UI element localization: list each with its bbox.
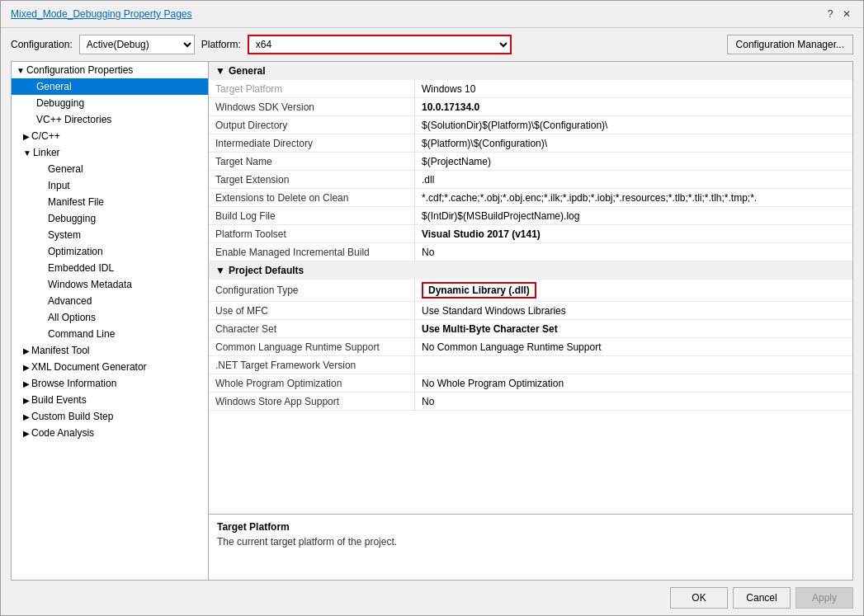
sidebar-item-custom-build[interactable]: ▶ Custom Build Step xyxy=(12,408,208,425)
prop-row-clr-support: Common Language Runtime Support No Commo… xyxy=(209,338,852,356)
sidebar-item-xml-doc[interactable]: ▶ XML Document Generator xyxy=(12,359,208,375)
close-button[interactable]: ✕ xyxy=(840,7,853,21)
prop-row-target-platform: Target Platform Windows 10 xyxy=(209,80,852,98)
sidebar-item-code-analysis[interactable]: ▶ Code Analysis xyxy=(12,425,208,441)
prop-name-use-mfc: Use of MFC xyxy=(209,302,415,319)
tree-root[interactable]: ▼ Configuration Properties xyxy=(12,62,208,78)
prop-value-output-dir[interactable]: $(SolutionDir)$(Platform)\$(Configuratio… xyxy=(415,116,852,134)
prop-value-target-platform[interactable]: Windows 10 xyxy=(415,80,852,97)
prop-name-clr-support: Common Language Runtime Support xyxy=(209,338,415,355)
sidebar-item-browse-info[interactable]: ▶ Browse Information xyxy=(12,375,208,392)
main-content: ▼ Configuration Properties General Debug… xyxy=(1,61,863,581)
prop-value-store-support[interactable]: No xyxy=(415,393,852,410)
prop-name-char-set: Character Set xyxy=(209,320,415,337)
prop-name-ext-delete: Extensions to Delete on Clean xyxy=(209,189,415,206)
description-title: Target Platform xyxy=(217,521,844,533)
title-controls: ? ✕ xyxy=(824,7,853,21)
config-dropdown[interactable]: Active(Debug) xyxy=(79,35,195,54)
sidebar-item-build-events[interactable]: ▶ Build Events xyxy=(12,392,208,408)
prop-row-ext-delete: Extensions to Delete on Clean *.cdf;*.ca… xyxy=(209,189,852,207)
sidebar-item-linker-all-options[interactable]: All Options xyxy=(12,309,208,326)
ok-button[interactable]: OK xyxy=(670,587,728,609)
prop-value-target-name[interactable]: $(ProjectName) xyxy=(415,153,852,170)
prop-row-platform-toolset: Platform Toolset Visual Studio 2017 (v14… xyxy=(209,225,852,243)
prop-value-wpo[interactable]: No Whole Program Optimization xyxy=(415,374,852,392)
prop-name-build-log: Build Log File xyxy=(209,207,415,224)
prop-row-managed-incremental: Enable Managed Incremental Build No xyxy=(209,243,852,261)
prop-row-char-set: Character Set Use Multi-Byte Character S… xyxy=(209,320,852,338)
prop-name-store-support: Windows Store App Support xyxy=(209,393,415,410)
prop-row-intermediate-dir: Intermediate Directory $(Platform)\$(Con… xyxy=(209,134,852,153)
prop-name-target-ext: Target Extension xyxy=(209,171,415,188)
cancel-button[interactable]: Cancel xyxy=(733,587,791,609)
prop-row-output-dir: Output Directory $(SolutionDir)$(Platfor… xyxy=(209,116,852,134)
left-tree-panel: ▼ Configuration Properties General Debug… xyxy=(11,61,209,581)
prop-row-target-name: Target Name $(ProjectName) xyxy=(209,153,852,171)
prop-value-net-version[interactable] xyxy=(415,356,852,374)
prop-row-sdk-version: Windows SDK Version 10.0.17134.0 xyxy=(209,98,852,116)
config-label: Configuration: xyxy=(11,39,73,50)
sidebar-item-linker-debugging[interactable]: Debugging xyxy=(12,210,208,227)
sidebar-item-general[interactable]: General xyxy=(12,78,208,95)
sidebar-item-linker-advanced[interactable]: Advanced xyxy=(12,293,208,309)
sidebar-item-vc-dirs[interactable]: VC++ Directories xyxy=(12,111,208,128)
sidebar-item-linker-windows-metadata[interactable]: Windows Metadata xyxy=(12,276,208,293)
sidebar-item-linker-embedded-idl[interactable]: Embedded IDL xyxy=(12,260,208,276)
prop-row-net-version: .NET Target Framework Version xyxy=(209,356,852,374)
platform-dropdown[interactable]: x64 xyxy=(248,35,512,54)
description-area: Target Platform The current target platf… xyxy=(209,514,852,580)
sidebar-item-linker-optimization[interactable]: Optimization xyxy=(12,243,208,260)
sidebar-item-cpp[interactable]: ▶ C/C++ xyxy=(12,128,208,144)
prop-name-platform-toolset: Platform Toolset xyxy=(209,225,415,242)
project-defaults-section-header: ▼ Project Defaults xyxy=(209,261,852,280)
apply-button[interactable]: Apply xyxy=(796,587,853,609)
prop-value-use-mfc[interactable]: Use Standard Windows Libraries xyxy=(415,302,852,319)
prop-name-wpo: Whole Program Optimization xyxy=(209,374,415,392)
prop-value-intermediate-dir[interactable]: $(Platform)\$(Configuration)\ xyxy=(415,134,852,152)
prop-value-managed-incremental[interactable]: No xyxy=(415,243,852,261)
sidebar-item-linker-input[interactable]: Input xyxy=(12,177,208,194)
prop-value-ext-delete[interactable]: *.cdf;*.cache;*.obj;*.obj.enc;*.ilk;*.ip… xyxy=(415,189,852,206)
prop-row-wpo: Whole Program Optimization No Whole Prog… xyxy=(209,374,852,393)
prop-value-clr-support[interactable]: No Common Language Runtime Support xyxy=(415,338,852,355)
sidebar-item-linker[interactable]: ▼ Linker xyxy=(12,144,208,161)
prop-value-target-ext[interactable]: .dll xyxy=(415,171,852,188)
sidebar-item-linker-command-line[interactable]: Command Line xyxy=(12,326,208,342)
config-bar: Configuration: Active(Debug) Platform: x… xyxy=(1,28,863,61)
prop-value-config-type[interactable]: Dynamic Library (.dll) xyxy=(415,280,852,301)
sidebar-item-linker-manifest-file[interactable]: Manifest File xyxy=(12,194,208,210)
title-bar: Mixed_Mode_Debugging Property Pages ? ✕ xyxy=(1,1,863,28)
general-section-label: General xyxy=(229,65,266,77)
prop-value-sdk-version[interactable]: 10.0.17134.0 xyxy=(415,98,852,115)
prop-name-target-platform: Target Platform xyxy=(209,80,415,97)
prop-name-net-version: .NET Target Framework Version xyxy=(209,356,415,374)
prop-row-use-mfc: Use of MFC Use Standard Windows Librarie… xyxy=(209,302,852,320)
prop-name-target-name: Target Name xyxy=(209,153,415,170)
prop-name-managed-incremental: Enable Managed Incremental Build xyxy=(209,243,415,261)
sidebar-item-linker-system[interactable]: System xyxy=(12,227,208,243)
prop-row-target-ext: Target Extension .dll xyxy=(209,171,852,189)
config-manager-button[interactable]: Configuration Manager... xyxy=(727,35,853,54)
config-type-highlighted: Dynamic Library (.dll) xyxy=(422,282,536,299)
platform-label: Platform: xyxy=(201,39,241,50)
sidebar-item-manifest-tool[interactable]: ▶ Manifest Tool xyxy=(12,342,208,359)
project-defaults-label: Project Defaults xyxy=(229,265,304,276)
prop-name-config-type: Configuration Type xyxy=(209,280,415,301)
title-link[interactable]: Mixed_Mode_Debugging xyxy=(11,8,120,20)
prop-name-output-dir: Output Directory xyxy=(209,116,415,134)
prop-value-char-set[interactable]: Use Multi-Byte Character Set xyxy=(415,320,852,337)
sidebar-item-linker-general[interactable]: General xyxy=(12,161,208,177)
prop-row-build-log: Build Log File $(IntDir)$(MSBuildProject… xyxy=(209,207,852,225)
prop-name-intermediate-dir: Intermediate Directory xyxy=(209,134,415,152)
prop-value-build-log[interactable]: $(IntDir)$(MSBuildProjectName).log xyxy=(415,207,852,224)
prop-row-store-support: Windows Store App Support No xyxy=(209,393,852,411)
root-arrow: ▼ xyxy=(17,66,25,75)
property-pages-dialog: Mixed_Mode_Debugging Property Pages ? ✕ … xyxy=(0,0,864,616)
tree-root-label: Configuration Properties xyxy=(26,64,133,76)
prop-name-sdk-version: Windows SDK Version xyxy=(209,98,415,115)
prop-value-platform-toolset[interactable]: Visual Studio 2017 (v141) xyxy=(415,225,852,242)
help-button[interactable]: ? xyxy=(824,7,837,21)
bottom-bar: OK Cancel Apply xyxy=(1,581,863,615)
sidebar-item-debugging[interactable]: Debugging xyxy=(12,95,208,111)
right-panel: ▼ General Target Platform Windows 10 Win… xyxy=(209,61,853,581)
